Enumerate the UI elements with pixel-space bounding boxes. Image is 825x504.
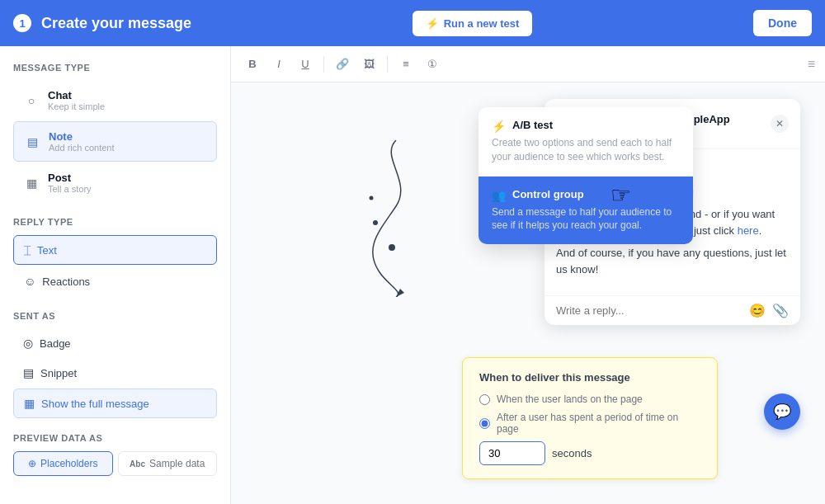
sample-icon: Abc [130,459,145,469]
delivery-seconds-label: seconds [552,447,592,459]
chat-close-button[interactable]: ✕ [771,115,789,133]
run-test-button[interactable]: ⚡ Run a new test [412,11,533,36]
chat-subtitle: Keep it simple [48,101,105,111]
placeholder-icon: ⊕ [28,458,36,469]
run-test-dropdown: ⚡ A/B test Create two options and send e… [478,107,693,244]
link-button[interactable]: 🔗 [331,53,354,76]
chat-fab-button[interactable]: 💬 [764,393,800,430]
note-title: Note [49,130,115,143]
list-button[interactable]: ≡ [394,53,417,76]
post-title: Post [48,172,92,184]
reply-type-label: Reply type [13,217,217,227]
delivery-seconds-input[interactable] [479,441,545,465]
sample-label: Sample data [149,458,205,469]
badge-label: Badge [40,337,71,350]
bold-button[interactable]: B [241,53,264,76]
note-icon: ▤ [24,134,40,150]
chat-message-4: And of course, if you have any questions… [556,245,789,277]
decorative-squiggle [330,132,462,297]
step-badge: 1 [13,14,31,32]
badge-icon: ◎ [23,337,33,350]
reply-text-label: Text [37,244,57,257]
content-area: B I U 🔗 🖼 ≡ ① ≡ [231,46,825,504]
done-button[interactable]: Done [753,10,812,36]
image-button[interactable]: 🖼 [357,53,380,76]
post-icon: ▦ [23,175,40,191]
run-test-label: Run a new test [444,17,520,30]
message-type-post[interactable]: ▦ Post Tell a story [13,163,217,202]
control-group-option[interactable]: 👥 Control group Send a message to half y… [478,177,693,245]
main-layout: Message type ○ Chat Keep it simple ▤ Not… [0,46,825,504]
sent-as-fullmsg[interactable]: ▦ Show the full message [13,389,217,418]
chat-reply-input[interactable] [556,304,742,317]
delivery-option-time-on-page-label: After a user has spent a period of time … [497,412,700,435]
reactions-label: Reactions [42,276,90,288]
delivery-radio-time-on-page[interactable] [479,418,490,429]
toolbar-more: ≡ [808,57,815,72]
delivery-option-on-load[interactable]: When the user lands on the page [479,393,700,405]
post-subtitle: Tell a story [48,184,92,194]
chat-fab-icon: 💬 [773,403,791,421]
sent-as-badge[interactable]: ◎ Badge [13,329,217,357]
preview-data-label: Preview data as [13,433,217,443]
delivery-option-on-load-label: When the user lands on the page [497,393,643,405]
control-group-desc: Send a message to half your audience to … [492,205,680,233]
attach-button[interactable]: 📎 [772,303,789,318]
placeholders-label: Placeholders [40,458,97,469]
control-group-title: Control group [512,188,584,200]
svg-point-1 [389,244,395,251]
ordered-list-button[interactable]: ① [421,53,444,76]
ab-test-icon: ⚡ [492,120,506,133]
toolbar-divider-1 [323,56,324,73]
reply-type-reactions[interactable]: ☺ Reactions [13,266,217,296]
emoji-button[interactable]: 😊 [749,303,766,318]
editor-toolbar: B I U 🔗 🖼 ≡ ① ≡ [231,46,825,82]
svg-point-0 [373,220,378,225]
app-header: 1 Create your message ⚡ Run a new test D… [0,0,825,46]
page-title: Create your message [41,15,191,32]
sent-as-snippet[interactable]: ▤ Snippet [13,359,217,387]
delivery-input-row: seconds [479,441,700,465]
ab-test-title: A/B test [512,119,553,131]
message-type-chat[interactable]: ○ Chat Keep it simple [13,81,217,120]
message-type-note[interactable]: ▤ Note Add rich content [13,121,217,162]
italic-button[interactable]: I [267,53,290,76]
note-subtitle: Add rich content [49,143,115,153]
lightning-icon: ⚡ [426,17,439,30]
chat-reply-area: 😊 📎 [544,295,800,325]
sidebar: Message type ○ Chat Keep it simple ▤ Not… [0,46,231,504]
preview-sample-btn[interactable]: Abc Sample data [118,451,218,476]
snippet-icon: ▤ [23,366,34,379]
editor-canvas: ⚡ A/B test Create two options and send e… [231,82,825,504]
delivery-option-time-on-page[interactable]: After a user has spent a period of time … [479,412,700,435]
reaction-icon: ☺ [24,275,35,288]
toolbar-divider-2 [387,56,388,73]
delivery-radio-on-load[interactable] [479,394,490,405]
chat-title: Chat [48,89,105,101]
control-group-icon: 👥 [492,189,506,202]
delivery-title: When to deliver this message [479,371,700,384]
snippet-label: Snippet [40,367,77,379]
chat-link[interactable]: here [738,224,759,237]
header-left: 1 Create your message [13,14,191,32]
text-cursor-icon: ⌶ [24,243,31,257]
sent-as-label: Sent as [13,311,217,321]
delivery-card: When to deliver this message When the us… [462,357,718,479]
preview-options: ⊕ Placeholders Abc Sample data [13,451,217,476]
svg-point-2 [370,196,374,200]
message-type-label: Message type [13,63,217,73]
ab-test-option[interactable]: ⚡ A/B test Create two options and send e… [478,107,693,177]
fullmsg-icon: ▦ [24,397,35,410]
reply-type-text[interactable]: ⌶ Text [13,235,217,265]
chat-icon: ○ [23,92,40,109]
underline-button[interactable]: U [294,53,317,76]
fullmsg-label: Show the full message [41,398,149,410]
ab-test-desc: Create two options and send each to half… [492,136,680,164]
preview-placeholders-btn[interactable]: ⊕ Placeholders [13,451,113,476]
